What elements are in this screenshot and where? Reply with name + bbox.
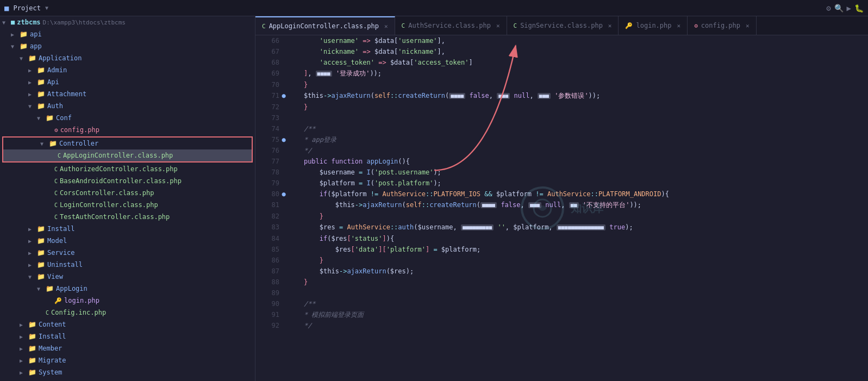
gutter-84: [279, 233, 288, 244]
code-72: }: [288, 102, 868, 113]
sidebar-item-uninstall[interactable]: ▶ 📁 Uninstall: [0, 259, 255, 271]
line-num-67: 67: [255, 46, 279, 57]
sidebar-item-applogin[interactable]: ▼ 📁 AppLogin: [0, 283, 255, 295]
gutter-89: [279, 288, 288, 298]
sidebar-item-view[interactable]: ▼ 📁 View: [0, 271, 255, 283]
applogincontroller-label: AppLoginController.class.php: [63, 152, 173, 159]
sidebar-item-system[interactable]: ▶ 📁 System: [0, 366, 255, 378]
code-row-88: 88 }: [255, 277, 868, 288]
gutter-77: [279, 156, 288, 167]
phpclass-icon-cc: C: [54, 190, 58, 196]
sidebar-item-attachment[interactable]: ▶ 📁 Attachment: [0, 88, 255, 100]
gutter-66: [279, 35, 288, 46]
sidebar-item-configinc[interactable]: C Config.inc.php: [0, 307, 255, 318]
phpclass-icon-tac: C: [54, 214, 58, 220]
code-70: }: [288, 79, 868, 90]
code-row-76: 76 */: [255, 145, 868, 156]
gutter-87: [279, 266, 288, 277]
api-label: api: [30, 30, 42, 38]
sidebar-item-install[interactable]: ▶ 📁 Install: [0, 223, 255, 235]
auth-arrow: ▼: [28, 103, 37, 109]
run-icon[interactable]: ▶: [847, 4, 851, 13]
sidebar-item-corscontroller[interactable]: C CorsController.class.php: [0, 187, 255, 199]
gutter-90: [279, 298, 288, 309]
tree-root[interactable]: ▼ ■ ztbcms D:\xampp3\htdocs\ztbcms: [0, 16, 255, 28]
tab-close-login[interactable]: ✕: [677, 22, 681, 29]
code-86: }: [288, 255, 868, 266]
sidebar-item-logincontroller[interactable]: C LoginController.class.php: [0, 199, 255, 211]
tab-config[interactable]: ⚙ config.php ✕: [688, 16, 757, 35]
project-icon: ■: [4, 4, 9, 13]
search-icon[interactable]: 🔍: [834, 4, 844, 13]
sidebar-item-app[interactable]: ▼ 📁 app: [0, 40, 255, 52]
sidebar-item-config-php[interactable]: ⚙ config.php: [0, 124, 255, 136]
gutter-69: [279, 68, 288, 79]
tab-close-signservice[interactable]: ✕: [608, 22, 612, 29]
sidebar-item-baseandroidcontroller[interactable]: C BaseAndroidController.class.php: [0, 175, 255, 187]
code-79: $platform = I('post.platform');: [288, 178, 868, 189]
sidebar-item-template[interactable]: ▶ 📁 Template: [0, 378, 255, 381]
api-arrow: ▶: [11, 32, 20, 38]
sidebar-item-member[interactable]: ▶ 📁 Member: [0, 342, 255, 354]
tab-applogincontroller[interactable]: C AppLoginController.class.php ✕: [255, 16, 395, 35]
project-label[interactable]: Project: [13, 4, 41, 12]
code-80: if($platform != AuthService::PLATFORM_IO…: [288, 189, 868, 199]
sidebar-item-install2[interactable]: ▶ 📁 Install: [0, 330, 255, 342]
line-num-76: 76: [255, 145, 279, 156]
tab-login[interactable]: 🔑 login.php ✕: [619, 16, 688, 35]
sidebar-item-login-php[interactable]: 🔑 login.php: [0, 295, 255, 307]
gutter-67: [279, 46, 288, 57]
gutter-91: [279, 309, 288, 320]
line-num-73: 73: [255, 113, 279, 123]
sidebar-item-api[interactable]: ▶ 📁 api: [0, 28, 255, 40]
line-num-82: 82: [255, 211, 279, 222]
sidebar-item-content[interactable]: ▶ 📁 Content: [0, 318, 255, 330]
code-editor[interactable]: 知识库 66: [255, 35, 868, 381]
install2-label: Install: [39, 333, 66, 340]
code-90: /**: [288, 298, 868, 309]
app-folder-icon: 📁: [20, 42, 28, 50]
dropdown-icon: ▼: [45, 5, 48, 11]
code-row-87: 87 $this->ajaxReturn($res);: [255, 266, 868, 277]
sidebar-item-applogincontroller[interactable]: C AppLoginController.class.php: [3, 149, 252, 161]
sidebar-item-application[interactable]: ▼ 📁 Application: [0, 52, 255, 64]
tab-close-config[interactable]: ✕: [746, 22, 750, 29]
sidebar-item-authorizedcontroller[interactable]: C AuthorizedController.class.php: [0, 163, 255, 175]
api2-folder-icon: 📁: [37, 78, 45, 86]
code-row-84: 84 if($res['status']){: [255, 233, 868, 244]
uninstall-arrow: ▶: [28, 262, 37, 268]
login-file-icon: 🔑: [54, 297, 62, 304]
line-num-77: 77: [255, 156, 279, 167]
code-row-72: 72 }: [255, 102, 868, 113]
sidebar-item-conf[interactable]: ▼ 📁 Conf: [0, 112, 255, 124]
login-php-label: login.php: [64, 297, 99, 304]
root-icon: ■: [11, 18, 15, 26]
sidebar-item-model[interactable]: ▶ 📁 Model: [0, 235, 255, 247]
sidebar-item-controller[interactable]: ▼ 📁 Controller: [3, 138, 252, 149]
code-91: * 模拟前端登录页面: [288, 309, 868, 320]
code-89: [288, 288, 868, 298]
code-content[interactable]: 66 'username' => $data['username'], 67 '…: [255, 35, 868, 381]
tab-icon-signservice: C: [514, 22, 517, 29]
code-69: ], ■■■■ '登录成功'));: [288, 68, 868, 79]
code-row-71: 71 ● $this->ajaxReturn(self::createRetur…: [255, 90, 868, 102]
sidebar-item-auth[interactable]: ▼ 📁 Auth: [0, 100, 255, 112]
tab-authservice[interactable]: C AuthService.class.php ✕: [395, 16, 507, 35]
settings-icon[interactable]: ⚙: [826, 4, 830, 13]
install2-folder-icon: 📁: [28, 333, 36, 340]
sidebar-item-api2[interactable]: ▶ 📁 Api: [0, 76, 255, 88]
tab-signservice[interactable]: C SignService.class.php ✕: [507, 16, 619, 35]
sidebar-item-service[interactable]: ▶ 📁 Service: [0, 247, 255, 259]
tab-label-applogincontroller: AppLoginController.class.php: [269, 22, 379, 30]
gutter-71: ●: [279, 90, 288, 102]
content-label: Content: [39, 321, 66, 328]
tab-close-authservice[interactable]: ✕: [496, 22, 500, 29]
code-73: [288, 113, 868, 123]
sidebar-item-migrate[interactable]: ▶ 📁 Migrate: [0, 354, 255, 366]
code-row-83: 83 $res = AuthService::auth($username, ■…: [255, 222, 868, 233]
tab-close-applogincontroller[interactable]: ✕: [384, 23, 388, 30]
sidebar-item-admin[interactable]: ▶ 📁 Admin: [0, 64, 255, 76]
sidebar-item-testauthcontroller[interactable]: C TestAuthController.class.php: [0, 211, 255, 223]
content-folder-icon: 📁: [28, 321, 36, 328]
debug-icon[interactable]: 🐛: [854, 4, 864, 13]
